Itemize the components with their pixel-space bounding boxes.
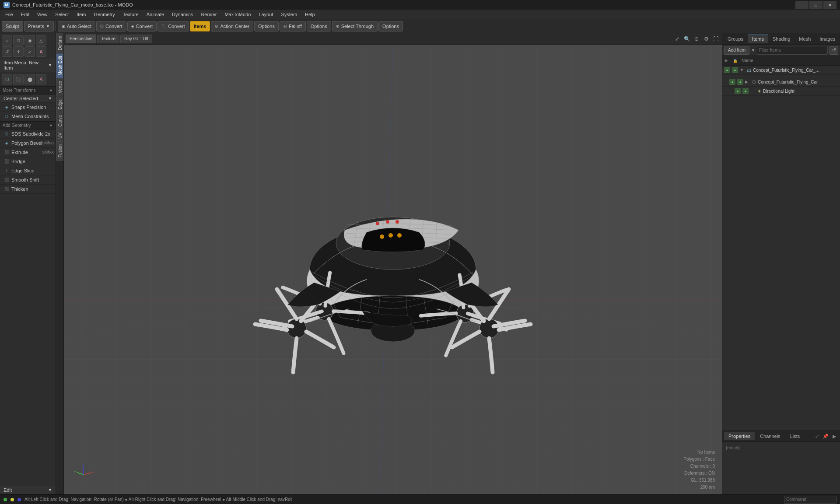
vp-reset-icon[interactable]: ⊙ bbox=[692, 35, 701, 43]
rtab-groups[interactable]: Groups bbox=[723, 35, 748, 43]
edge-slice-item[interactable]: ⧸ Edge Slice bbox=[0, 166, 56, 175]
sds-subdivide-item[interactable]: ⬡ SDS Subdivide 2x bbox=[0, 130, 56, 139]
options3-button[interactable]: Options bbox=[378, 21, 403, 32]
vtab-vertex[interactable]: Vertex bbox=[56, 78, 63, 96]
viewport-canvas[interactable]: X Y Z No Items Polygons : Face Channels … bbox=[64, 45, 722, 494]
polygon-bevel-item[interactable]: ◈ Polygon Bevel Shift-B bbox=[0, 139, 56, 148]
bptab-pin-icon[interactable]: 📌 bbox=[822, 432, 830, 440]
close-button[interactable]: ✕ bbox=[823, 1, 836, 9]
light-vis-toggle[interactable]: ● bbox=[735, 88, 741, 94]
convert2-button[interactable]: ◈ Convert bbox=[127, 21, 157, 32]
sidebar-icon-triangle[interactable]: △ bbox=[36, 35, 46, 46]
action-center-button[interactable]: ⊙ Action Center bbox=[211, 21, 253, 32]
sidebar-icon-sphere[interactable]: ◉ bbox=[24, 35, 35, 46]
tree-item-root[interactable]: ● ● ▼ 🗂 Concept_Futuristic_Flying_Car_mo… bbox=[722, 66, 840, 75]
bptab-lists[interactable]: Lists bbox=[786, 432, 805, 440]
items-refresh-icon[interactable]: ↺ bbox=[830, 46, 838, 55]
edit-dropdown[interactable]: Edit ▼ bbox=[0, 486, 56, 494]
items-filter-input[interactable] bbox=[757, 46, 828, 55]
minimize-button[interactable]: − bbox=[795, 1, 808, 9]
transform-icon2[interactable]: ⬛ bbox=[13, 74, 24, 84]
extrude-item[interactable]: ⬛ Extrude Shift-X bbox=[0, 148, 56, 157]
items-tree[interactable]: ● ● ▼ 🗂 Concept_Futuristic_Flying_Car_mo… bbox=[722, 66, 840, 248]
vp-search-icon[interactable]: 🔍 bbox=[682, 35, 691, 43]
menu-select[interactable]: Select bbox=[52, 11, 72, 18]
menu-help[interactable]: Help bbox=[301, 11, 318, 18]
command-input[interactable] bbox=[784, 496, 836, 504]
vtab-curve[interactable]: Curve bbox=[56, 112, 63, 130]
rtab-shading[interactable]: Shading bbox=[768, 35, 794, 43]
tree-item-mesh[interactable]: ● ● ▶ ⬡ Concept_Futuristic_Flying_Car bbox=[722, 77, 840, 87]
select-through-button[interactable]: ⊛ Select Through bbox=[332, 21, 378, 32]
item-menu-dropdown[interactable]: Item Menu: New Item ▼ bbox=[0, 59, 56, 72]
convert1-button[interactable]: ⬡ Convert bbox=[96, 21, 126, 32]
transform-icon4[interactable]: A bbox=[36, 74, 46, 84]
vtab-mesh-edit[interactable]: Mesh Edit bbox=[56, 53, 63, 78]
add-geometry-header[interactable]: Add Geometry ▼ bbox=[0, 121, 56, 130]
menu-maxtomodo[interactable]: MaxToModo bbox=[221, 11, 254, 18]
menu-texture[interactable]: Texture bbox=[119, 11, 142, 18]
mesh-constraints-item[interactable]: ⬡ Mesh Constraints bbox=[0, 112, 56, 121]
sidebar-icon-scale[interactable]: ⤢ bbox=[24, 46, 35, 57]
vp-maximize-icon[interactable]: ⤢ bbox=[673, 35, 682, 43]
root-vis-toggle[interactable]: ● bbox=[724, 67, 730, 73]
menu-edit[interactable]: Edit bbox=[18, 11, 33, 18]
menu-system[interactable]: System bbox=[277, 11, 301, 18]
convert3-button[interactable]: ⬛ Convert bbox=[158, 21, 189, 32]
menu-dynamics[interactable]: Dynamics bbox=[168, 11, 196, 18]
rtab-images[interactable]: Images bbox=[815, 35, 840, 43]
transform-icon1[interactable]: ⬡ bbox=[2, 74, 12, 84]
vtab-uv[interactable]: UV bbox=[56, 130, 63, 142]
options1-button[interactable]: Options bbox=[254, 21, 279, 32]
vp-settings-icon[interactable]: ⚙ bbox=[702, 35, 710, 43]
menu-file[interactable]: File bbox=[2, 11, 17, 18]
sidebar-icon-box[interactable]: □ bbox=[13, 35, 24, 46]
menu-item[interactable]: Item bbox=[73, 11, 89, 18]
bridge-item[interactable]: ⬛ Bridge bbox=[0, 157, 56, 166]
center-selected-dropdown[interactable]: Center Selected ▼ bbox=[0, 94, 56, 103]
bptab-properties[interactable]: Properties bbox=[724, 432, 755, 440]
sidebar-icon-rotate[interactable]: ↺ bbox=[2, 46, 12, 57]
snaps-precision-item[interactable]: ◈ Snaps Precision bbox=[0, 103, 56, 112]
smooth-shift-item[interactable]: ⬛ Smooth Shift bbox=[0, 175, 56, 185]
bptab-channels[interactable]: Channels bbox=[756, 432, 784, 440]
items-button[interactable]: Items bbox=[190, 21, 210, 32]
menu-view[interactable]: View bbox=[34, 11, 51, 18]
thicken-item[interactable]: ⬛ Thicken bbox=[0, 185, 56, 194]
auto-select-button[interactable]: ◉ Auto Select bbox=[58, 21, 95, 32]
falloff-button[interactable]: ◎ Falloff bbox=[280, 21, 306, 32]
vtab-deform[interactable]: Deform bbox=[56, 33, 63, 53]
mesh-vis-toggle[interactable]: ● bbox=[729, 79, 735, 85]
root-vis-toggle2[interactable]: ● bbox=[732, 67, 738, 73]
perspective-btn[interactable]: Perspective bbox=[66, 35, 96, 43]
rtab-items[interactable]: Items bbox=[748, 35, 768, 43]
sidebar-icon-move[interactable]: ✛ bbox=[13, 46, 24, 57]
menu-animate[interactable]: Animate bbox=[143, 11, 168, 18]
menu-layout[interactable]: Layout bbox=[255, 11, 276, 18]
vp-fullscreen-icon[interactable]: ⛶ bbox=[711, 35, 720, 43]
maximize-button[interactable]: □ bbox=[809, 1, 822, 9]
mesh-vis-toggle2[interactable]: ● bbox=[737, 79, 743, 85]
sidebar-icon-circle[interactable]: ○ bbox=[2, 35, 12, 46]
vtab-fusion[interactable]: Fusion bbox=[56, 142, 63, 161]
menu-geometry[interactable]: Geometry bbox=[90, 11, 118, 18]
more-transforms-header[interactable]: More Transforms ▼ bbox=[0, 86, 56, 94]
add-item-button[interactable]: Add Item bbox=[724, 46, 749, 55]
transform-icon3[interactable]: ⬤ bbox=[24, 74, 35, 84]
vtab-edge[interactable]: Edge bbox=[56, 97, 63, 112]
ray-gl-btn[interactable]: Ray GL : Off bbox=[120, 35, 152, 43]
tree-item-light[interactable]: ● ● ☀ Directional Light bbox=[722, 87, 840, 96]
menu-render[interactable]: Render bbox=[197, 11, 220, 18]
texture-btn[interactable]: Texture bbox=[97, 35, 119, 43]
light-vis-toggle2[interactable]: ● bbox=[742, 88, 749, 94]
rtab-mesh[interactable]: Mesh bbox=[794, 35, 815, 43]
add-item-dropdown-icon[interactable]: ▼ bbox=[751, 48, 755, 52]
options2-button[interactable]: Options bbox=[307, 21, 331, 32]
sidebar-icon-letter[interactable]: A bbox=[36, 46, 46, 57]
root-expand-icon[interactable]: ▼ bbox=[740, 68, 745, 72]
bptab-more-icon[interactable]: ▶ bbox=[830, 432, 838, 440]
sculpt-button[interactable]: Sculpt bbox=[2, 21, 23, 32]
bptab-expand-icon[interactable]: ⤢ bbox=[813, 432, 821, 440]
presets-button[interactable]: Presets ▼ bbox=[24, 21, 54, 32]
mesh-expand-icon[interactable]: ▶ bbox=[745, 80, 750, 84]
